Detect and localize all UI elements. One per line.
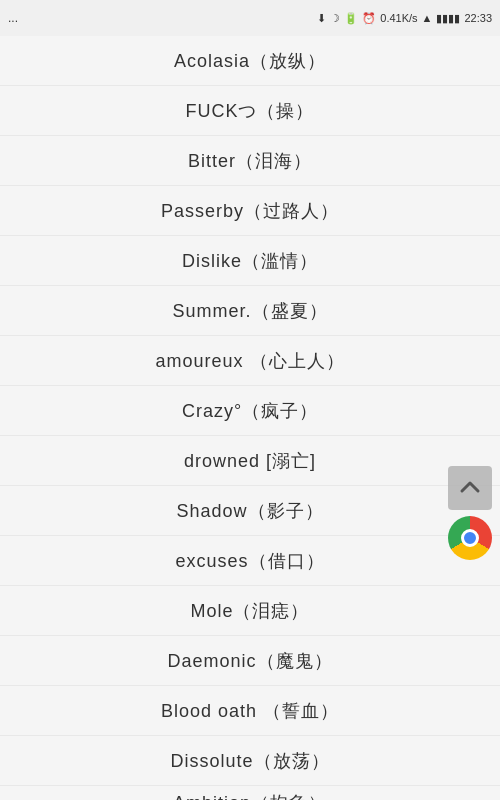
status-right: ⬇︎ ☽ 🔋 ⏰ 0.41K/s ▲ ▮▮▮▮ 22:33: [317, 12, 492, 25]
status-left: ...: [8, 11, 18, 25]
list-item[interactable]: Mole（泪痣）: [0, 586, 500, 636]
item-text: Summer.（盛夏）: [172, 299, 327, 323]
time-text: 22:33: [464, 12, 492, 24]
list-item[interactable]: Ambition（抱负）: [0, 786, 500, 800]
list-item[interactable]: amoureux （心上人）: [0, 336, 500, 386]
list-item[interactable]: Acolasia（放纵）: [0, 36, 500, 86]
item-text: Bitter（泪海）: [188, 149, 312, 173]
list-item[interactable]: FUCKつ（操）: [0, 86, 500, 136]
battery-icon: ▮▮▮▮: [436, 12, 460, 25]
item-text: Daemonic（魔鬼）: [167, 649, 332, 673]
status-dots: ...: [8, 11, 18, 25]
item-text: Shadow（影子）: [176, 499, 323, 523]
item-text: Crazy°（疯子）: [182, 399, 318, 423]
battery-d-icon: 🔋: [344, 12, 358, 25]
list-item[interactable]: Dislike（滥情）: [0, 236, 500, 286]
back-to-top-button[interactable]: [448, 466, 492, 510]
list-item[interactable]: Daemonic（魔鬼）: [0, 636, 500, 686]
item-text: Blood oath （誓血）: [161, 699, 339, 723]
item-text: drowned [溺亡]: [184, 449, 316, 473]
clock-icon: ⏰: [362, 12, 376, 25]
item-text: Acolasia（放纵）: [174, 49, 326, 73]
chrome-inner-circle: [461, 529, 479, 547]
status-bar: ... ⬇︎ ☽ 🔋 ⏰ 0.41K/s ▲ ▮▮▮▮ 22:33: [0, 0, 500, 36]
item-text: Dislike（滥情）: [182, 249, 318, 273]
item-text: Dissolute（放荡）: [170, 749, 329, 773]
list-item[interactable]: Blood oath （誓血）: [0, 686, 500, 736]
list-item[interactable]: Bitter（泪海）: [0, 136, 500, 186]
item-text: Mole（泪痣）: [190, 599, 309, 623]
list-item[interactable]: Dissolute（放荡）: [0, 736, 500, 786]
list-item[interactable]: Passerby（过路人）: [0, 186, 500, 236]
item-text: Passerby（过路人）: [161, 199, 339, 223]
list-item[interactable]: excuses（借口）: [0, 536, 500, 586]
list-container: Acolasia（放纵）FUCKつ（操）Bitter（泪海）Passerby（过…: [0, 36, 500, 800]
item-text: FUCKつ（操）: [186, 99, 315, 123]
list-item[interactable]: Summer.（盛夏）: [0, 286, 500, 336]
chrome-button[interactable]: [448, 516, 492, 560]
list-item[interactable]: Shadow（影子）: [0, 486, 500, 536]
item-text: amoureux （心上人）: [155, 349, 344, 373]
list-item[interactable]: Crazy°（疯子）: [0, 386, 500, 436]
item-text: Ambition（抱负）: [173, 791, 327, 800]
speed-text: 0.41K/s: [380, 12, 417, 24]
list-item[interactable]: drowned [溺亡]: [0, 436, 500, 486]
moon-icon: ☽: [330, 12, 340, 25]
signal-icon: ▲: [422, 12, 433, 24]
bluetooth-icon: ⬇︎: [317, 12, 326, 25]
item-text: excuses（借口）: [175, 549, 324, 573]
